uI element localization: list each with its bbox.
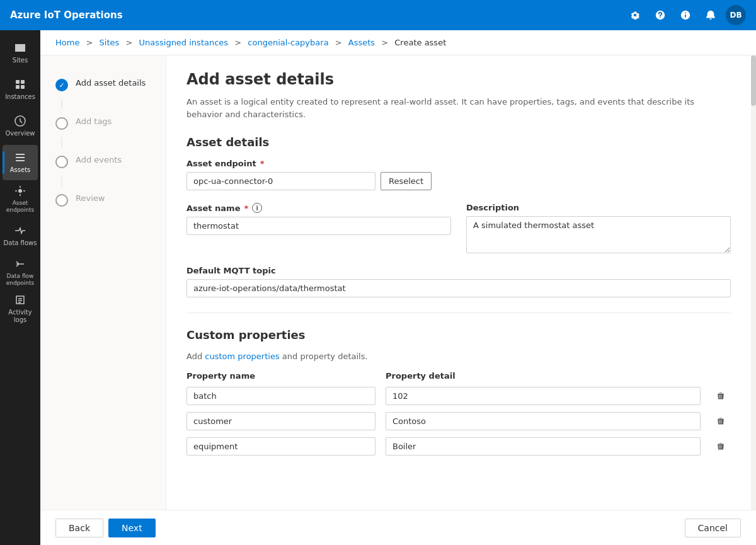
- mqtt-topic-label: Default MQTT topic: [186, 266, 731, 275]
- footer-left: Back Next: [55, 519, 156, 537]
- custom-properties-section: Custom properties: [186, 328, 731, 341]
- help-icon[interactable]: [650, 5, 670, 25]
- sidebar-item-activity-logs[interactable]: Activity logs: [3, 291, 38, 326]
- breadcrumb-unassigned[interactable]: Unassigned instances: [139, 38, 229, 47]
- page-title: Add asset details: [186, 71, 731, 88]
- asset-name-input[interactable]: [186, 217, 451, 235]
- step-connector-1: [61, 99, 62, 109]
- endpoint-row: Reselect: [186, 172, 731, 190]
- sidebar-data-flows-label: Data flows: [4, 239, 37, 247]
- asset-name-label: Asset name * i: [186, 203, 451, 213]
- custom-props-link[interactable]: custom properties: [205, 352, 279, 361]
- step-connector-2: [61, 137, 62, 147]
- prop-detail-input-0[interactable]: [386, 387, 701, 405]
- breadcrumb: Home > Sites > Unassigned instances > co…: [40, 30, 756, 55]
- prop-detail-header: Property detail: [386, 371, 731, 381]
- footer-right: Cancel: [685, 519, 741, 537]
- prop-detail-col-2: [386, 437, 701, 456]
- bell-icon[interactable]: [701, 5, 721, 25]
- prop-detail-col-1: [386, 412, 701, 430]
- description-textarea[interactable]: A simulated thermostat asset: [466, 216, 731, 253]
- breadcrumb-home[interactable]: Home: [55, 38, 79, 47]
- page-body: ✓ Add asset details Add tags Add events: [40, 55, 756, 510]
- svg-rect-3: [21, 85, 25, 89]
- step-label-3: Add events: [76, 155, 122, 164]
- prop-name-col-0: [186, 387, 375, 405]
- asset-endpoint-label: Asset endpoint *: [186, 159, 731, 168]
- description-label: Description: [466, 203, 731, 212]
- prop-name-input-2[interactable]: [186, 437, 375, 456]
- step-review[interactable]: Review: [50, 186, 156, 214]
- svg-rect-0: [16, 80, 20, 84]
- breadcrumb-assets[interactable]: Assets: [348, 38, 375, 47]
- footer: Back Next Cancel: [40, 510, 756, 545]
- asset-name-field: Asset name * i: [186, 203, 451, 235]
- custom-props-desc: Add custom properties and property detai…: [186, 352, 731, 361]
- prop-detail-col-0: [386, 387, 701, 405]
- top-nav-icons: DB: [625, 5, 746, 25]
- step-add-events[interactable]: Add events: [50, 147, 156, 176]
- prop-name-input-1[interactable]: [186, 412, 375, 430]
- next-button[interactable]: Next: [108, 519, 156, 537]
- sep3: >: [234, 38, 241, 47]
- sidebar-instances-label: Instances: [5, 93, 35, 101]
- app-title: Azure IoT Operations: [10, 9, 123, 21]
- scrollbar-thumb[interactable]: [751, 55, 756, 106]
- sidebar-activity-logs-label: Activity logs: [3, 309, 38, 324]
- sidebar-assets-label: Assets: [10, 166, 31, 174]
- step-label-4: Review: [76, 193, 105, 203]
- reselect-button[interactable]: Reselect: [381, 172, 432, 190]
- asset-endpoint-input[interactable]: [186, 172, 375, 190]
- sidebar-item-sites[interactable]: Sites: [3, 35, 38, 71]
- sidebar-asset-endpoints-label: Asset endpoints: [3, 200, 38, 214]
- sidebar-item-data-flows[interactable]: Data flows: [3, 218, 38, 253]
- prop-detail-input-1[interactable]: [386, 412, 701, 430]
- prop-delete-button-2[interactable]: [711, 436, 731, 456]
- back-button[interactable]: Back: [55, 519, 103, 537]
- svg-point-5: [18, 189, 22, 193]
- sidebar-item-asset-endpoints[interactable]: Asset endpoints: [3, 181, 38, 217]
- asset-endpoint-field: Asset endpoint * Reselect: [186, 159, 731, 190]
- step-add-asset-details[interactable]: ✓ Add asset details: [50, 71, 156, 99]
- mqtt-topic-field: Default MQTT topic: [186, 266, 731, 297]
- step-circle-2: [55, 117, 68, 130]
- sidebar: Sites Instances Overview Assets Asset en…: [0, 30, 40, 545]
- prop-delete-button-0[interactable]: [711, 386, 731, 406]
- prop-name-input-0[interactable]: [186, 387, 375, 405]
- settings-icon[interactable]: [625, 5, 645, 25]
- breadcrumb-sites[interactable]: Sites: [100, 38, 120, 47]
- step-circle-1: ✓: [55, 79, 68, 91]
- sep5: >: [381, 38, 388, 47]
- sidebar-item-instances[interactable]: Instances: [3, 72, 38, 107]
- prop-detail-input-2[interactable]: [386, 437, 701, 456]
- feedback-icon[interactable]: [675, 5, 696, 25]
- required-star: *: [260, 159, 265, 168]
- prop-delete-button-1[interactable]: [711, 411, 731, 431]
- sidebar-item-data-flow-endpoints[interactable]: Data flow endpoints: [3, 255, 38, 290]
- scrollbar-track[interactable]: [751, 55, 756, 510]
- step-label-2: Add tags: [76, 117, 112, 126]
- sidebar-item-overview[interactable]: Overview: [3, 108, 38, 144]
- sep4: >: [335, 38, 342, 47]
- user-avatar[interactable]: DB: [726, 5, 746, 25]
- sidebar-sites-label: Sites: [13, 57, 28, 64]
- step-circle-3: [55, 156, 68, 168]
- breadcrumb-instance[interactable]: congenial-capybara: [248, 38, 328, 47]
- form-area: Add asset details An asset is a logical …: [166, 55, 751, 510]
- prop-name-header: Property name: [186, 371, 375, 381]
- sidebar-item-assets[interactable]: Assets: [3, 145, 38, 180]
- name-description-row: Asset name * i Description A simulated t…: [186, 203, 731, 253]
- prop-row-1: [186, 411, 731, 431]
- asset-name-info-icon[interactable]: i: [252, 203, 262, 213]
- cancel-button[interactable]: Cancel: [685, 519, 741, 537]
- mqtt-topic-input[interactable]: [186, 279, 731, 297]
- sidebar-data-flow-endpoints-label: Data flow endpoints: [3, 273, 38, 287]
- props-header: Property name Property detail: [186, 371, 731, 381]
- main-layout: Sites Instances Overview Assets Asset en…: [0, 30, 756, 545]
- asset-details-section: Asset details: [186, 135, 731, 149]
- step-label-1: Add asset details: [76, 78, 146, 88]
- sidebar-overview-label: Overview: [5, 130, 35, 137]
- step-add-tags[interactable]: Add tags: [50, 109, 156, 137]
- sep2: >: [125, 38, 132, 47]
- step-circle-4: [55, 194, 68, 207]
